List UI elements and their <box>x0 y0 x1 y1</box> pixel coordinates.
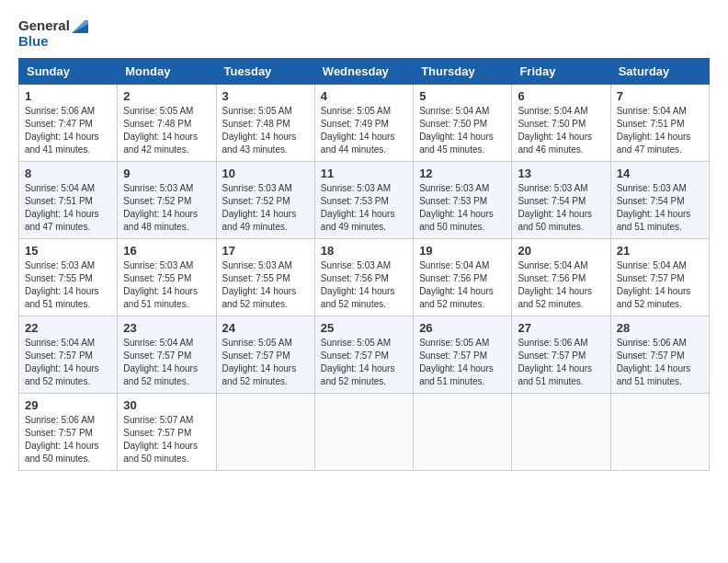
calendar-cell: 7Sunrise: 5:04 AMSunset: 7:51 PMDaylight… <box>610 85 709 162</box>
day-number: 26 <box>419 321 506 335</box>
calendar-cell: 8Sunrise: 5:04 AMSunset: 7:51 PMDaylight… <box>19 162 118 239</box>
day-info: Sunrise: 5:03 AMSunset: 7:56 PMDaylight:… <box>321 259 407 311</box>
weekday-wednesday: Wednesday <box>314 59 413 85</box>
day-info: Sunrise: 5:05 AMSunset: 7:49 PMDaylight:… <box>321 105 407 156</box>
day-number: 1 <box>25 89 111 103</box>
calendar-cell: 13Sunrise: 5:03 AMSunset: 7:54 PMDayligh… <box>512 162 610 239</box>
calendar-cell: 12Sunrise: 5:03 AMSunset: 7:53 PMDayligh… <box>414 162 512 239</box>
day-number: 3 <box>222 89 309 103</box>
day-info: Sunrise: 5:05 AMSunset: 7:48 PMDaylight:… <box>222 105 309 156</box>
day-info: Sunrise: 5:05 AMSunset: 7:57 PMDaylight:… <box>419 337 506 388</box>
day-info: Sunrise: 5:03 AMSunset: 7:55 PMDaylight:… <box>222 259 309 311</box>
day-info: Sunrise: 5:06 AMSunset: 7:57 PMDaylight:… <box>518 337 604 388</box>
weekday-tuesday: Tuesday <box>216 59 314 85</box>
weekday-friday: Friday <box>512 59 610 85</box>
calendar-cell: 6Sunrise: 5:04 AMSunset: 7:50 PMDaylight… <box>512 85 610 162</box>
day-number: 5 <box>419 89 506 103</box>
calendar-cell <box>610 394 709 471</box>
calendar-cell: 25Sunrise: 5:05 AMSunset: 7:57 PMDayligh… <box>314 316 413 394</box>
day-number: 14 <box>617 167 703 180</box>
day-number: 21 <box>617 244 703 258</box>
calendar-cell: 22Sunrise: 5:04 AMSunset: 7:57 PMDayligh… <box>19 316 118 394</box>
calendar-cell: 18Sunrise: 5:03 AMSunset: 7:56 PMDayligh… <box>314 239 413 316</box>
calendar-cell: 29Sunrise: 5:06 AMSunset: 7:57 PMDayligh… <box>19 394 118 471</box>
day-number: 28 <box>617 321 703 335</box>
day-number: 17 <box>222 244 309 258</box>
day-number: 18 <box>321 244 407 258</box>
calendar-table: SundayMondayTuesdayWednesdayThursdayFrid… <box>18 58 710 471</box>
calendar-cell: 10Sunrise: 5:03 AMSunset: 7:52 PMDayligh… <box>216 162 314 239</box>
calendar-cell: 20Sunrise: 5:04 AMSunset: 7:56 PMDayligh… <box>512 239 610 316</box>
day-info: Sunrise: 5:04 AMSunset: 7:57 PMDaylight:… <box>25 337 111 388</box>
calendar-cell: 27Sunrise: 5:06 AMSunset: 7:57 PMDayligh… <box>512 316 610 394</box>
calendar-cell <box>314 394 413 471</box>
calendar-cell: 30Sunrise: 5:07 AMSunset: 7:57 PMDayligh… <box>118 394 216 471</box>
logo-general: General <box>18 18 88 34</box>
weekday-thursday: Thursday <box>414 59 512 85</box>
calendar-cell: 2Sunrise: 5:05 AMSunset: 7:48 PMDaylight… <box>118 85 216 162</box>
day-info: Sunrise: 5:03 AMSunset: 7:52 PMDaylight:… <box>222 182 309 234</box>
day-info: Sunrise: 5:05 AMSunset: 7:57 PMDaylight:… <box>321 337 407 388</box>
day-number: 27 <box>518 321 604 335</box>
day-info: Sunrise: 5:06 AMSunset: 7:57 PMDaylight:… <box>25 414 111 465</box>
day-number: 30 <box>123 398 210 412</box>
day-number: 25 <box>321 321 407 335</box>
calendar-cell: 21Sunrise: 5:04 AMSunset: 7:57 PMDayligh… <box>610 239 709 316</box>
calendar-cell: 5Sunrise: 5:04 AMSunset: 7:50 PMDaylight… <box>414 85 512 162</box>
day-info: Sunrise: 5:04 AMSunset: 7:51 PMDaylight:… <box>25 182 111 234</box>
day-number: 20 <box>518 244 604 258</box>
logo: General Blue <box>18 18 88 49</box>
weekday-saturday: Saturday <box>610 59 709 85</box>
day-number: 13 <box>518 167 604 180</box>
day-info: Sunrise: 5:03 AMSunset: 7:53 PMDaylight:… <box>419 182 506 234</box>
day-info: Sunrise: 5:04 AMSunset: 7:57 PMDaylight:… <box>123 337 210 388</box>
day-number: 6 <box>518 89 604 103</box>
calendar-cell: 19Sunrise: 5:04 AMSunset: 7:56 PMDayligh… <box>414 239 512 316</box>
day-number: 22 <box>25 321 111 335</box>
calendar-cell: 24Sunrise: 5:05 AMSunset: 7:57 PMDayligh… <box>216 316 314 394</box>
calendar-cell: 11Sunrise: 5:03 AMSunset: 7:53 PMDayligh… <box>314 162 413 239</box>
calendar-cell: 3Sunrise: 5:05 AMSunset: 7:48 PMDaylight… <box>216 85 314 162</box>
day-info: Sunrise: 5:03 AMSunset: 7:53 PMDaylight:… <box>321 182 407 234</box>
day-info: Sunrise: 5:06 AMSunset: 7:47 PMDaylight:… <box>25 105 111 156</box>
day-info: Sunrise: 5:05 AMSunset: 7:48 PMDaylight:… <box>123 105 210 156</box>
calendar-cell: 17Sunrise: 5:03 AMSunset: 7:55 PMDayligh… <box>216 239 314 316</box>
logo-text: General Blue <box>18 18 88 49</box>
day-info: Sunrise: 5:03 AMSunset: 7:54 PMDaylight:… <box>518 182 604 234</box>
day-number: 8 <box>25 167 111 180</box>
day-info: Sunrise: 5:03 AMSunset: 7:54 PMDaylight:… <box>617 182 703 234</box>
day-info: Sunrise: 5:07 AMSunset: 7:57 PMDaylight:… <box>123 414 210 465</box>
day-info: Sunrise: 5:04 AMSunset: 7:56 PMDaylight:… <box>419 259 506 311</box>
day-info: Sunrise: 5:04 AMSunset: 7:56 PMDaylight:… <box>518 259 604 311</box>
day-number: 15 <box>25 244 111 258</box>
weekday-sunday: Sunday <box>19 59 118 85</box>
calendar-cell <box>414 394 512 471</box>
day-number: 24 <box>222 321 309 335</box>
day-number: 4 <box>321 89 407 103</box>
calendar-body: 1Sunrise: 5:06 AMSunset: 7:47 PMDaylight… <box>19 85 710 471</box>
day-number: 10 <box>222 167 309 180</box>
calendar-cell: 9Sunrise: 5:03 AMSunset: 7:52 PMDaylight… <box>118 162 216 239</box>
day-info: Sunrise: 5:04 AMSunset: 7:50 PMDaylight:… <box>518 105 604 156</box>
day-info: Sunrise: 5:03 AMSunset: 7:55 PMDaylight:… <box>123 259 210 311</box>
calendar-cell: 16Sunrise: 5:03 AMSunset: 7:55 PMDayligh… <box>118 239 216 316</box>
day-info: Sunrise: 5:05 AMSunset: 7:57 PMDaylight:… <box>222 337 309 388</box>
calendar-cell: 26Sunrise: 5:05 AMSunset: 7:57 PMDayligh… <box>414 316 512 394</box>
day-number: 29 <box>25 398 111 412</box>
calendar-week-3: 15Sunrise: 5:03 AMSunset: 7:55 PMDayligh… <box>19 239 710 316</box>
calendar-week-1: 1Sunrise: 5:06 AMSunset: 7:47 PMDaylight… <box>19 85 710 162</box>
day-info: Sunrise: 5:03 AMSunset: 7:55 PMDaylight:… <box>25 259 111 311</box>
day-info: Sunrise: 5:04 AMSunset: 7:57 PMDaylight:… <box>617 259 703 311</box>
day-info: Sunrise: 5:06 AMSunset: 7:57 PMDaylight:… <box>617 337 703 388</box>
weekday-header-row: SundayMondayTuesdayWednesdayThursdayFrid… <box>19 59 710 85</box>
calendar-week-2: 8Sunrise: 5:04 AMSunset: 7:51 PMDaylight… <box>19 162 710 239</box>
calendar-cell <box>512 394 610 471</box>
calendar-cell: 23Sunrise: 5:04 AMSunset: 7:57 PMDayligh… <box>118 316 216 394</box>
calendar-cell: 1Sunrise: 5:06 AMSunset: 7:47 PMDaylight… <box>19 85 118 162</box>
calendar-week-4: 22Sunrise: 5:04 AMSunset: 7:57 PMDayligh… <box>19 316 710 394</box>
day-number: 12 <box>419 167 506 180</box>
calendar-cell: 15Sunrise: 5:03 AMSunset: 7:55 PMDayligh… <box>19 239 118 316</box>
day-number: 23 <box>123 321 210 335</box>
day-info: Sunrise: 5:03 AMSunset: 7:52 PMDaylight:… <box>123 182 210 234</box>
day-number: 11 <box>321 167 407 180</box>
